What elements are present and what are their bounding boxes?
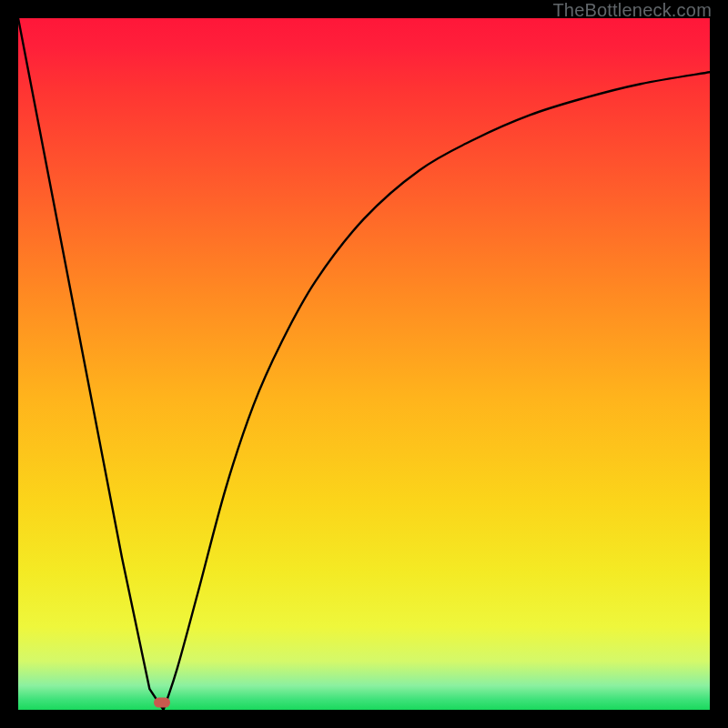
chart-plot-area xyxy=(18,18,710,710)
chart-frame: TheBottleneck.com xyxy=(0,0,728,728)
optimal-point-marker xyxy=(154,697,170,707)
bottleneck-curve xyxy=(18,18,710,710)
watermark-text: TheBottleneck.com xyxy=(552,0,712,21)
curve-path xyxy=(18,18,710,710)
